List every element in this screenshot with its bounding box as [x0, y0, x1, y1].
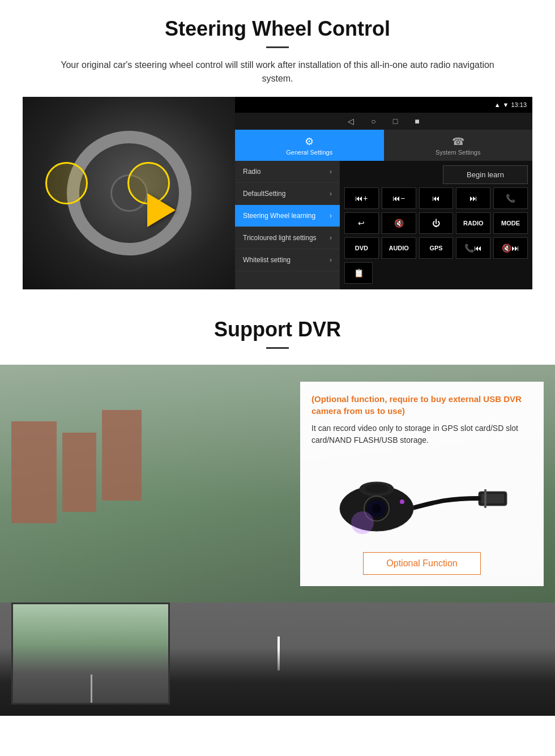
arrow-indicator: [147, 193, 176, 227]
steering-content-area: ▲ ▼ 13:13 ◁ ○ □ ■ ⚙ General Settings ☎ S…: [23, 97, 532, 289]
controls-panel: Begin learn ⏮+ ⏮− ⏮ ⏭ 📞 ↩ 🔇 ⏻: [340, 161, 532, 289]
android-navbar: ◁ ○ □ ■: [235, 113, 532, 130]
inset-camera-view: [11, 603, 170, 704]
ctrl-mute-next[interactable]: 🔇⏭: [493, 237, 528, 259]
ctrl-mute[interactable]: 🔇: [382, 212, 416, 234]
tab-system-settings[interactable]: ☎ System Settings: [384, 130, 533, 161]
ctrl-row-4: 📋: [344, 262, 528, 284]
ctrl-mode[interactable]: MODE: [493, 212, 528, 234]
settings-tabs: ⚙ General Settings ☎ System Settings: [235, 130, 532, 161]
chevron-icon: ›: [330, 212, 332, 220]
svg-point-7: [372, 504, 381, 513]
menu-item-whitelist[interactable]: Whitelist setting ›: [235, 249, 340, 271]
ctrl-next-track[interactable]: ⏭: [456, 187, 490, 209]
inset-road-scene: [13, 604, 168, 703]
highlight-circle-left: [45, 162, 88, 204]
ctrl-dvd[interactable]: DVD: [344, 237, 379, 259]
begin-learn-button[interactable]: Begin learn: [443, 165, 528, 184]
steering-wheel-bg: [23, 97, 235, 289]
ctrl-audio[interactable]: AUDIO: [382, 237, 416, 259]
settings-menu: Radio › DefaultSetting › Steering Wheel …: [235, 161, 340, 289]
ctrl-row-1: ⏮+ ⏮− ⏮ ⏭ 📞: [344, 187, 528, 209]
building-1: [11, 421, 57, 523]
menu-item-radio-label: Radio: [243, 168, 261, 176]
ctrl-phone-prev[interactable]: 📞⏮: [456, 237, 490, 259]
ctrl-row-2: ↩ 🔇 ⏻ RADIO MODE: [344, 212, 528, 234]
steering-photo: [23, 97, 235, 289]
dvr-camera-image: [311, 455, 532, 545]
dvr-title-area: Support DVR: [0, 306, 555, 365]
status-time: 13:13: [511, 101, 527, 108]
menu-item-tricoloured[interactable]: Tricoloured light settings ›: [235, 227, 340, 249]
menu-item-steering-label: Steering Wheel learning: [243, 212, 315, 220]
home-icon[interactable]: ○: [371, 117, 375, 126]
wifi-icon: ▼: [503, 101, 509, 108]
svg-point-8: [400, 499, 404, 504]
ctrl-vol-up[interactable]: ⏮+: [344, 187, 379, 209]
recents-icon[interactable]: □: [393, 117, 398, 126]
dvr-title-divider: [266, 347, 289, 349]
optional-function-button[interactable]: Optional Function: [363, 552, 480, 575]
title-divider: [266, 46, 289, 48]
support-dvr-section: Support DVR (Optional function, require …: [0, 306, 555, 716]
ctrl-gps[interactable]: GPS: [419, 237, 454, 259]
ctrl-power[interactable]: ⏻: [419, 212, 454, 234]
chevron-icon: ›: [330, 234, 332, 242]
dvr-camera-svg: [331, 458, 513, 543]
ctrl-camera[interactable]: 📋: [344, 262, 373, 284]
menu-item-defaultsetting[interactable]: DefaultSetting ›: [235, 183, 340, 205]
section-subtitle: Your original car's steering wheel contr…: [45, 58, 510, 86]
dvr-optional-notice: (Optional function, require to buy exter…: [311, 393, 532, 417]
system-icon: ☎: [452, 135, 464, 148]
chevron-icon: ›: [330, 168, 332, 176]
page-title: Steering Wheel Control: [23, 17, 532, 41]
steering-wheel-section: Steering Wheel Control Your original car…: [0, 0, 555, 301]
ctrl-phone[interactable]: 📞: [493, 187, 528, 209]
menu-item-steering-learning[interactable]: Steering Wheel learning ›: [235, 205, 340, 227]
menu-item-radio[interactable]: Radio ›: [235, 161, 340, 183]
ctrl-hangup[interactable]: ↩: [344, 212, 379, 234]
begin-learn-row: Begin learn: [344, 165, 528, 184]
ctrl-vol-down[interactable]: ⏮−: [382, 187, 416, 209]
menu-item-default-label: DefaultSetting: [243, 190, 285, 198]
svg-rect-10: [484, 489, 486, 508]
tab-general-settings[interactable]: ⚙ General Settings: [235, 130, 384, 161]
chevron-icon: ›: [330, 190, 332, 198]
svg-point-9: [351, 511, 374, 534]
dvr-title: Support DVR: [0, 318, 555, 341]
dvr-body-text: It can record video only to storage in G…: [311, 422, 532, 446]
menu-item-whitelist-label: Whitelist setting: [243, 256, 291, 264]
back-icon[interactable]: ◁: [348, 117, 354, 126]
signal-icon: ▲: [494, 101, 501, 108]
chevron-icon: ›: [330, 256, 332, 264]
tab-system-label: System Settings: [436, 149, 480, 156]
settings-body: Radio › DefaultSetting › Steering Wheel …: [235, 161, 532, 289]
gear-icon: ⚙: [305, 135, 314, 148]
ctrl-radio[interactable]: RADIO: [456, 212, 490, 234]
tab-general-label: General Settings: [286, 149, 332, 156]
android-statusbar: ▲ ▼ 13:13: [235, 97, 532, 113]
svg-point-4: [365, 484, 388, 493]
dvr-background-photo: (Optional function, require to buy exter…: [0, 365, 555, 716]
menu-item-tricoloured-label: Tricoloured light settings: [243, 234, 317, 242]
ctrl-prev-track[interactable]: ⏮: [419, 187, 454, 209]
menu-icon[interactable]: ■: [415, 117, 419, 126]
building-2: [62, 433, 96, 512]
building-3: [102, 410, 142, 501]
dvr-info-panel: (Optional function, require to buy exter…: [300, 382, 544, 586]
android-ui-panel: ▲ ▼ 13:13 ◁ ○ □ ■ ⚙ General Settings ☎ S…: [235, 97, 532, 289]
ctrl-row-3: DVD AUDIO GPS 📞⏮ 🔇⏭: [344, 237, 528, 259]
